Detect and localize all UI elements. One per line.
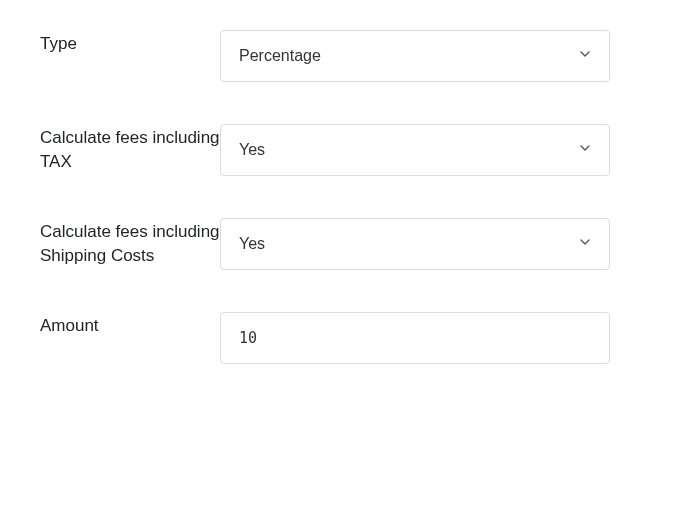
form-row-shipping: Calculate fees including Shipping Costs …: [40, 218, 659, 270]
select-type[interactable]: Percentage: [220, 30, 610, 82]
chevron-down-icon: [577, 46, 593, 66]
form-row-type: Type Percentage: [40, 30, 659, 82]
select-tax[interactable]: Yes: [220, 124, 610, 176]
input-amount[interactable]: [220, 312, 610, 364]
label-amount: Amount: [40, 312, 220, 338]
form-row-tax: Calculate fees including TAX Yes: [40, 124, 659, 176]
chevron-down-icon: [577, 140, 593, 160]
label-shipping: Calculate fees including Shipping Costs: [40, 218, 220, 268]
select-tax-value: Yes: [239, 141, 265, 159]
label-type: Type: [40, 30, 220, 56]
select-type-value: Percentage: [239, 47, 321, 65]
select-shipping-value: Yes: [239, 235, 265, 253]
form-row-amount: Amount: [40, 312, 659, 364]
label-tax: Calculate fees including TAX: [40, 124, 220, 174]
chevron-down-icon: [577, 234, 593, 254]
select-shipping[interactable]: Yes: [220, 218, 610, 270]
